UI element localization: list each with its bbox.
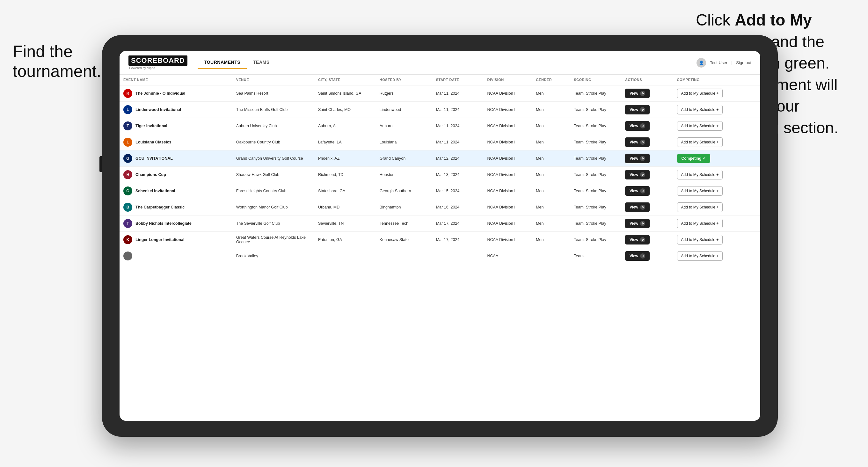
add-schedule-button[interactable]: Add to My Schedule + [677, 251, 723, 261]
add-schedule-button[interactable]: Add to My Schedule + [677, 203, 723, 212]
event-name-cell-6: H Champions Cup [120, 167, 232, 183]
annotation-right-text1: Click [696, 11, 735, 29]
table-row: Brook ValleyNCAATeam, View ⊙ Add to My S… [120, 248, 760, 264]
city-cell [314, 248, 376, 264]
tab-tournaments[interactable]: TOURNAMENTS [198, 56, 247, 69]
table-row: L Louisiana Classics Oakbourne Country C… [120, 134, 760, 151]
table-row: B The Carpetbagger Classic Worthington M… [120, 199, 760, 216]
scoring-cell: Team, Stroke Play [570, 167, 621, 183]
venue-cell: Shadow Hawk Golf Club [232, 167, 314, 183]
col-header-city: CITY, STATE [314, 74, 376, 85]
event-name: The Carpetbagger Classic [135, 205, 185, 210]
view-button[interactable]: View ⊙ [625, 121, 650, 131]
logo-text: SCOREBOARD [128, 56, 187, 66]
divider: | [731, 60, 732, 65]
venue-cell: Forest Heights Country Club [232, 183, 314, 199]
scoring-cell: Team, Stroke Play [570, 199, 621, 216]
gender-cell: Men [532, 118, 570, 134]
view-icon: ⊙ [640, 221, 645, 226]
annotation-left-line2: tournament. [13, 61, 101, 81]
event-name-cell-2: L Lindenwood Invitational [120, 102, 232, 118]
venue-cell: Auburn University Club [232, 118, 314, 134]
view-button[interactable]: View ⊙ [625, 137, 650, 147]
team-logo: B [123, 203, 132, 212]
division-cell: NCAA Division I [483, 199, 532, 216]
event-name: Linger Longer Invitational [135, 238, 184, 242]
add-schedule-button[interactable]: Add to My Schedule + [677, 170, 723, 180]
actions-cell: View ⊙ [621, 118, 673, 134]
add-schedule-button[interactable]: Add to My Schedule + [677, 186, 723, 196]
tab-teams[interactable]: TEAMS [247, 56, 276, 69]
actions-cell: View ⊙ [621, 232, 673, 248]
hosted-cell: Houston [376, 167, 432, 183]
table-body: R The Johnnie - O Individual Sea Palms R… [120, 85, 760, 264]
view-button[interactable]: View ⊙ [625, 89, 650, 98]
competing-cell: Add to My Schedule + [673, 134, 760, 151]
view-button[interactable]: View ⊙ [625, 219, 650, 228]
view-button[interactable]: View ⊙ [625, 203, 650, 212]
view-icon: ⊙ [640, 172, 645, 177]
add-schedule-button[interactable]: Add to My Schedule + [677, 89, 723, 98]
view-button[interactable]: View ⊙ [625, 170, 650, 180]
city-cell: Richmond, TX [314, 167, 376, 183]
event-name-cell-3: T Tiger Invitational [120, 118, 232, 134]
col-header-venue: VENUE [232, 74, 314, 85]
logo-area: SCOREBOARD Powered by clippd [128, 56, 187, 70]
scoring-cell: Team, [570, 248, 621, 264]
hosted-cell [376, 248, 432, 264]
gender-cell: Men [532, 232, 570, 248]
add-schedule-button[interactable]: Add to My Schedule + [677, 105, 723, 115]
competing-button[interactable]: Competing ✓ [677, 154, 710, 163]
team-logo: G [123, 154, 132, 163]
table-row: L Lindenwood Invitational The Missouri B… [120, 102, 760, 118]
col-header-scoring: SCORING [570, 74, 621, 85]
venue-cell: Worthington Manor Golf Club [232, 199, 314, 216]
view-button[interactable]: View ⊙ [625, 105, 650, 115]
hosted-cell: Lindenwood [376, 102, 432, 118]
scoring-cell: Team, Stroke Play [570, 134, 621, 151]
add-schedule-button[interactable]: Add to My Schedule + [677, 137, 723, 147]
scoring-cell: Team, Stroke Play [570, 183, 621, 199]
view-button[interactable]: View ⊙ [625, 154, 650, 163]
scoring-cell: Team, Stroke Play [570, 216, 621, 232]
add-schedule-button[interactable]: Add to My Schedule + [677, 121, 723, 131]
venue-cell: The Sevierville Golf Club [232, 216, 314, 232]
view-icon: ⊙ [640, 156, 645, 161]
division-cell: NCAA Division I [483, 118, 532, 134]
tablet-side-button [99, 156, 102, 172]
sign-out-link[interactable]: Sign out [736, 60, 751, 65]
event-name: Louisiana Classics [135, 140, 172, 145]
header-right: 👤 Test User | Sign out [696, 58, 751, 68]
city-cell: Urbana, MD [314, 199, 376, 216]
event-name-cell-5: G GCU INVITATIONAL [120, 151, 232, 167]
date-cell: Mar 17, 2024 [432, 216, 484, 232]
app-header: SCOREBOARD Powered by clippd TOURNAMENTS… [120, 51, 760, 74]
competing-cell: Add to My Schedule + [673, 199, 760, 216]
user-name: Test User [710, 60, 727, 65]
view-button[interactable]: View ⊙ [625, 186, 650, 196]
venue-cell: Sea Palms Resort [232, 85, 314, 102]
date-cell: Mar 17, 2024 [432, 232, 484, 248]
scoring-cell: Team, Stroke Play [570, 232, 621, 248]
add-schedule-button[interactable]: Add to My Schedule + [677, 235, 723, 245]
actions-cell: View ⊙ [621, 199, 673, 216]
division-cell: NCAA Division I [483, 183, 532, 199]
division-cell: NCAA Division I [483, 134, 532, 151]
competing-cell: Add to My Schedule + [673, 183, 760, 199]
view-button[interactable]: View ⊙ [625, 251, 650, 261]
view-icon: ⊙ [640, 253, 645, 258]
view-button[interactable]: View ⊙ [625, 235, 650, 245]
event-name: Champions Cup [135, 173, 166, 177]
col-header-actions: ACTIONS [621, 74, 673, 85]
city-cell: Auburn, AL [314, 118, 376, 134]
tournaments-table: EVENT NAME VENUE CITY, STATE HOSTED BY S… [120, 74, 760, 264]
hosted-cell: Grand Canyon [376, 151, 432, 167]
hosted-cell: Auburn [376, 118, 432, 134]
col-header-competing: COMPETING [673, 74, 760, 85]
team-logo: G [123, 186, 132, 195]
gender-cell: Men [532, 216, 570, 232]
date-cell [432, 248, 484, 264]
date-cell: Mar 11, 2024 [432, 85, 484, 102]
annotation-left-line1: Find the [13, 41, 101, 61]
add-schedule-button[interactable]: Add to My Schedule + [677, 219, 723, 228]
